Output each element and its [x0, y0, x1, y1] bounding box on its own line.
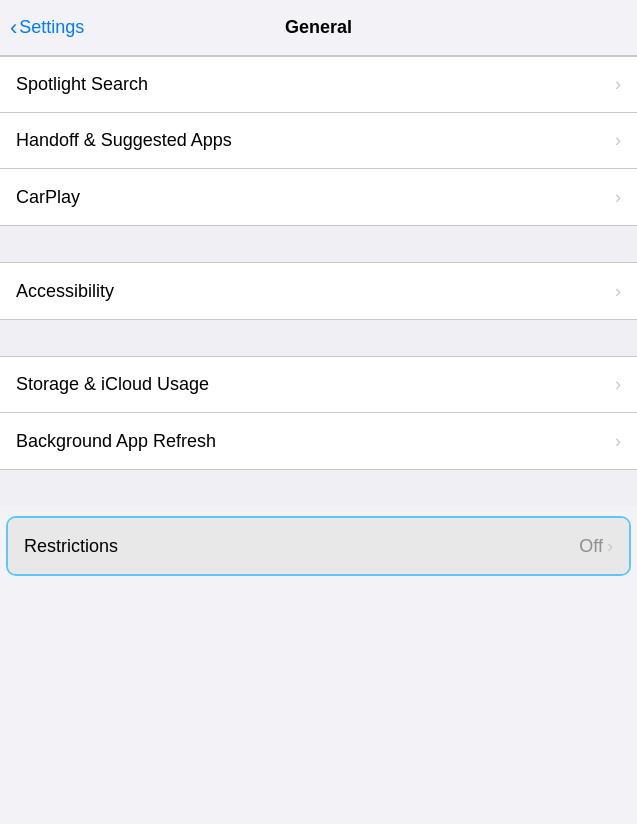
list-item-handoff[interactable]: Handoff & Suggested Apps › — [0, 113, 637, 169]
list-item-storage[interactable]: Storage & iCloud Usage › — [0, 357, 637, 413]
carplay-label: CarPlay — [16, 187, 80, 208]
restrictions-section: Restrictions Off › — [6, 516, 631, 576]
accessibility-label: Accessibility — [16, 281, 114, 302]
list-item-accessibility[interactable]: Accessibility › — [0, 263, 637, 319]
storage-label: Storage & iCloud Usage — [16, 374, 209, 395]
accessibility-right: › — [615, 281, 621, 302]
handoff-right: › — [615, 130, 621, 151]
carplay-chevron-icon: › — [615, 187, 621, 208]
storage-right: › — [615, 374, 621, 395]
back-label: Settings — [19, 17, 84, 38]
back-chevron-icon: ‹ — [10, 15, 17, 41]
spotlight-search-chevron-icon: › — [615, 74, 621, 95]
list-item-background-refresh[interactable]: Background App Refresh › — [0, 413, 637, 469]
handoff-label: Handoff & Suggested Apps — [16, 130, 232, 151]
list-item-carplay[interactable]: CarPlay › — [0, 169, 637, 225]
background-refresh-label: Background App Refresh — [16, 431, 216, 452]
handoff-chevron-icon: › — [615, 130, 621, 151]
list-item-restrictions[interactable]: Restrictions Off › — [8, 518, 629, 574]
restrictions-right: Off › — [579, 536, 613, 557]
spotlight-search-right: › — [615, 74, 621, 95]
restrictions-value: Off — [579, 536, 603, 557]
background-refresh-chevron-icon: › — [615, 431, 621, 452]
storage-chevron-icon: › — [615, 374, 621, 395]
section-group3: Storage & iCloud Usage › Background App … — [0, 356, 637, 470]
page-title: General — [285, 17, 352, 38]
carplay-right: › — [615, 187, 621, 208]
section-gap-3 — [0, 470, 637, 506]
section-gap-2 — [0, 320, 637, 356]
restrictions-chevron-icon: › — [607, 536, 613, 557]
back-button[interactable]: ‹ Settings — [10, 15, 84, 41]
accessibility-chevron-icon: › — [615, 281, 621, 302]
section-group2: Accessibility › — [0, 262, 637, 320]
spotlight-search-label: Spotlight Search — [16, 74, 148, 95]
nav-bar: ‹ Settings General — [0, 0, 637, 56]
section-group1: Spotlight Search › Handoff & Suggested A… — [0, 56, 637, 226]
section-gap-1 — [0, 226, 637, 262]
list-item-spotlight-search[interactable]: Spotlight Search › — [0, 57, 637, 113]
restrictions-label: Restrictions — [24, 536, 118, 557]
background-refresh-right: › — [615, 431, 621, 452]
